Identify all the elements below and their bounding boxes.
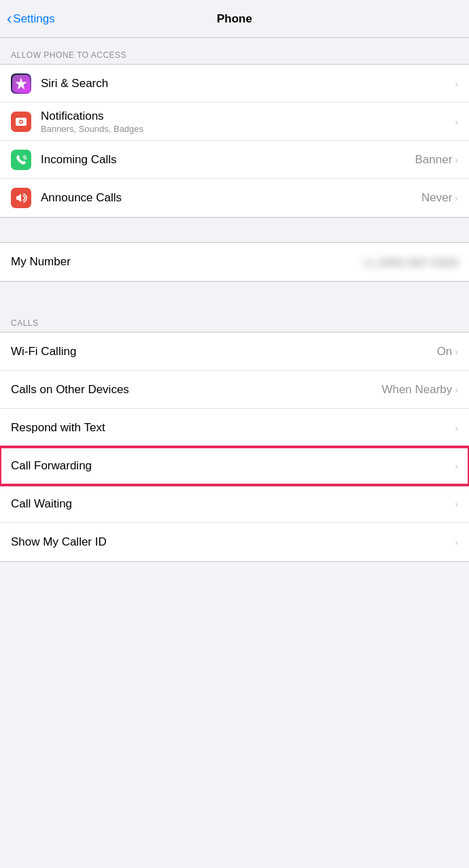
announce-calls-right: Never › [421, 191, 458, 205]
calls-other-devices-label: Calls on Other Devices [11, 383, 381, 397]
siri-icon-graphic [12, 75, 30, 93]
back-button[interactable]: ‹ Settings [7, 10, 55, 28]
respond-with-text-right: › [455, 422, 458, 433]
my-number-value: +1 (555) 867-5309 [362, 256, 458, 268]
gap-3 [0, 562, 469, 586]
calls-other-devices-row[interactable]: Calls on Other Devices When Nearby › [0, 371, 469, 409]
siri-search-label: Siri & Search [41, 77, 455, 90]
incoming-calls-row[interactable]: Incoming Calls Banner › [0, 141, 469, 179]
allow-phone-section-header: ALLOW PHONE TO ACCESS [0, 38, 469, 64]
allow-phone-group: Siri & Search › Notifications Banners, S… [0, 64, 469, 218]
back-chevron-icon: ‹ [7, 10, 12, 28]
respond-with-text-content: Respond with Text [11, 421, 455, 435]
wifi-calling-chevron: › [455, 346, 458, 357]
announce-calls-value: Never [421, 191, 452, 205]
siri-search-row[interactable]: Siri & Search › [0, 65, 469, 103]
show-caller-id-content: Show My Caller ID [11, 535, 455, 549]
siri-search-right: › [455, 78, 458, 89]
calls-other-devices-right: When Nearby › [381, 383, 458, 397]
calls-section-header: CALLS [0, 306, 469, 332]
respond-with-text-chevron: › [455, 422, 458, 433]
wifi-calling-right: On › [437, 345, 458, 358]
call-forwarding-label: Call Forwarding [11, 459, 455, 473]
nav-bar: ‹ Settings Phone [0, 0, 469, 38]
gap-2 [0, 282, 469, 306]
svg-point-4 [20, 120, 22, 122]
wifi-calling-content: Wi-Fi Calling [11, 345, 437, 358]
call-forwarding-row[interactable]: Call Forwarding › [0, 447, 469, 485]
call-waiting-chevron: › [455, 499, 458, 510]
announce-calls-row[interactable]: Announce Calls Never › [0, 179, 469, 217]
incoming-calls-icon-graphic [14, 153, 28, 167]
notifications-icon-graphic [14, 115, 28, 129]
announce-calls-label: Announce Calls [41, 191, 421, 205]
show-caller-id-label: Show My Caller ID [11, 535, 455, 549]
my-number-right: +1 (555) 867-5309 [362, 256, 458, 268]
incoming-calls-icon [11, 150, 31, 170]
siri-search-content: Siri & Search [41, 77, 455, 90]
call-waiting-content: Call Waiting [11, 497, 455, 511]
calls-other-devices-value: When Nearby [381, 383, 452, 397]
incoming-calls-chevron: › [455, 154, 458, 165]
respond-with-text-row[interactable]: Respond with Text › [0, 409, 469, 447]
incoming-calls-content: Incoming Calls [41, 153, 415, 167]
calls-group: Wi-Fi Calling On › Calls on Other Device… [0, 332, 469, 562]
show-caller-id-row[interactable]: Show My Caller ID › [0, 523, 469, 561]
my-number-group: My Number +1 (555) 867-5309 [0, 242, 469, 282]
my-number-row[interactable]: My Number +1 (555) 867-5309 [0, 243, 469, 281]
call-waiting-label: Call Waiting [11, 497, 455, 511]
siri-icon [11, 73, 31, 94]
notifications-row[interactable]: Notifications Banners, Sounds, Badges › [0, 103, 469, 141]
call-waiting-row[interactable]: Call Waiting › [0, 485, 469, 523]
wifi-calling-label: Wi-Fi Calling [11, 345, 437, 358]
calls-other-devices-content: Calls on Other Devices [11, 383, 381, 397]
call-waiting-right: › [455, 499, 458, 510]
notifications-right: › [455, 116, 458, 127]
incoming-calls-right: Banner › [415, 153, 459, 167]
wifi-calling-row[interactable]: Wi-Fi Calling On › [0, 333, 469, 371]
call-forwarding-content: Call Forwarding [11, 459, 455, 473]
announce-calls-icon [11, 188, 31, 208]
announce-calls-icon-graphic [14, 191, 28, 205]
notifications-subtitle: Banners, Sounds, Badges [41, 124, 455, 134]
show-caller-id-chevron: › [455, 537, 458, 548]
notifications-label: Notifications [41, 110, 455, 123]
siri-search-chevron: › [455, 78, 458, 89]
wifi-calling-value: On [437, 345, 453, 358]
notifications-chevron: › [455, 116, 458, 127]
notifications-icon [11, 112, 31, 132]
back-label: Settings [13, 12, 54, 26]
notifications-content: Notifications Banners, Sounds, Badges [41, 110, 455, 134]
announce-calls-chevron: › [455, 193, 458, 203]
calls-other-devices-chevron: › [455, 384, 458, 395]
my-number-content: My Number [11, 255, 362, 269]
page-title: Phone [217, 12, 252, 26]
respond-with-text-label: Respond with Text [11, 421, 455, 435]
call-forwarding-chevron: › [455, 461, 458, 471]
announce-calls-content: Announce Calls [41, 191, 421, 205]
my-number-label: My Number [11, 255, 362, 269]
gap-1 [0, 218, 469, 242]
call-forwarding-right: › [455, 461, 458, 471]
incoming-calls-label: Incoming Calls [41, 153, 415, 167]
show-caller-id-right: › [455, 537, 458, 548]
incoming-calls-value: Banner [415, 153, 453, 167]
